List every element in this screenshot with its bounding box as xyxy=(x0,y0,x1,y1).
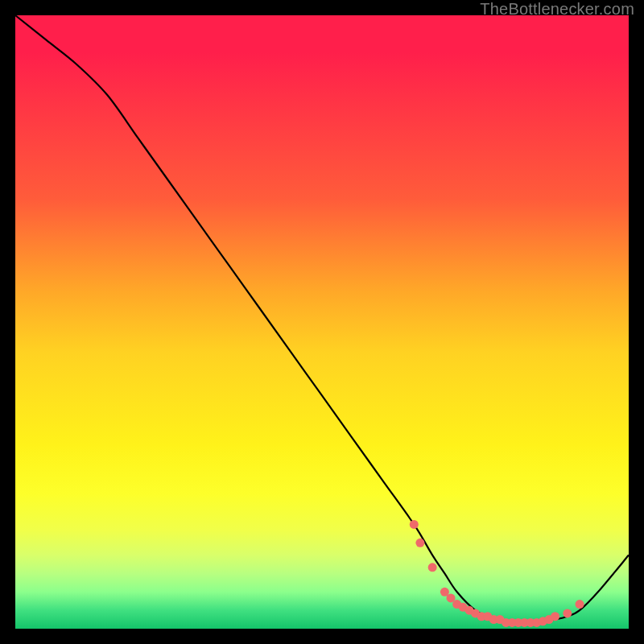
bottleneck-curve xyxy=(15,15,629,623)
curve-path xyxy=(15,15,629,623)
scatter-points xyxy=(410,520,584,627)
scatter-point xyxy=(551,612,559,621)
scatter-point xyxy=(415,539,424,547)
scatter-point xyxy=(428,563,437,572)
scatter-point xyxy=(563,609,572,617)
scatter-point xyxy=(576,600,584,609)
curve-layer xyxy=(15,15,629,629)
scatter-point xyxy=(410,520,419,529)
plot-area xyxy=(15,15,629,629)
chart-frame: TheBottlenecker.com xyxy=(0,0,644,644)
